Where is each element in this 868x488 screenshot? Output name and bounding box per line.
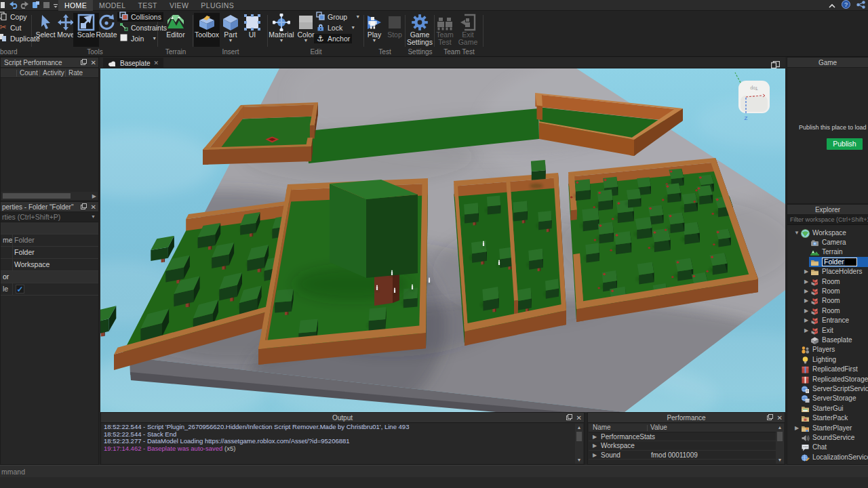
- popout-icon[interactable]: [566, 413, 572, 423]
- explorer-item-camera[interactable]: Camera: [787, 237, 868, 247]
- menu-tab-test[interactable]: TEST: [132, 0, 163, 11]
- property-row[interactable]: le✓: [1, 283, 98, 296]
- chevron-expanded-icon[interactable]: ▼: [793, 230, 801, 236]
- performance-row-performancestats[interactable]: ▶PerformanceStats: [589, 432, 776, 441]
- explorer-item-baseplate[interactable]: Baseplate: [787, 335, 868, 344]
- chevron-collapsed-icon[interactable]: ▶: [593, 452, 597, 458]
- explorer-item-soundservice[interactable]: SoundService: [787, 432, 868, 442]
- chevron-down-icon[interactable]: ▼: [361, 39, 387, 43]
- command-bar[interactable]: mmand: [0, 465, 868, 477]
- copy-button[interactable]: Copy: [0, 12, 29, 22]
- chevron-collapsed-icon[interactable]: ▶: [793, 425, 801, 431]
- scrollbar-thumb[interactable]: [576, 432, 582, 441]
- close-icon[interactable]: ✕: [91, 58, 96, 68]
- scrollbar-thumb[interactable]: [777, 432, 783, 441]
- column-header-activity[interactable]: Activity: [43, 69, 64, 77]
- collisions-button[interactable]: Collisions: [117, 12, 163, 22]
- file-icon[interactable]: [1, 0, 6, 12]
- chevron-collapsed-icon[interactable]: ▶: [802, 298, 810, 304]
- explorer-item-serverstorage[interactable]: ServerStorage: [787, 394, 868, 403]
- performance-row-sound[interactable]: ▶Soundfmod 00011009: [589, 451, 776, 460]
- explorer-item-room[interactable]: ▶Room: [787, 286, 868, 296]
- chevron-collapsed-icon[interactable]: ▶: [802, 268, 810, 274]
- share-icon[interactable]: [856, 0, 865, 12]
- chevron-down-icon[interactable]: ▼: [269, 39, 294, 43]
- qat-more-icon[interactable]: [53, 0, 58, 12]
- explorer-item-folder[interactable]: Folder: [787, 257, 868, 266]
- redo-icon[interactable]: [20, 0, 29, 12]
- column-header-value[interactable]: Value: [650, 424, 667, 431]
- tab-baseplate[interactable]: Baseplate ✕: [103, 58, 163, 68]
- performance-row-workspace[interactable]: ▶Workspace: [589, 441, 776, 450]
- chevron-down-icon[interactable]: ▼: [152, 37, 157, 41]
- popout-icon[interactable]: [81, 202, 87, 212]
- chevron-collapsed-icon[interactable]: ▶: [802, 279, 810, 285]
- menu-tab-home[interactable]: HOME: [58, 0, 93, 11]
- property-row[interactable]: meFolder: [1, 235, 98, 247]
- chevron-down-icon[interactable]: ▼: [351, 26, 355, 30]
- collapse-ribbon-icon[interactable]: [829, 0, 835, 12]
- explorer-item-startergui[interactable]: StarterGui: [787, 403, 868, 413]
- chevron-collapsed-icon[interactable]: ▶: [802, 288, 810, 294]
- explorer-item-localizationservice[interactable]: LocalizationService: [787, 452, 868, 462]
- ui-button[interactable]: UI: [239, 13, 265, 39]
- popout-icon[interactable]: [81, 58, 87, 68]
- group-button[interactable]: Group▼: [314, 12, 362, 22]
- explorer-item-lighting[interactable]: Lighting: [787, 354, 868, 364]
- placeholder-icon[interactable]: [43, 0, 50, 12]
- close-icon[interactable]: ✕: [91, 202, 96, 212]
- scrollbar-thumb[interactable]: [3, 193, 71, 199]
- vertical-scrollbar[interactable]: ▲ ▼: [575, 424, 583, 464]
- menu-tab-view[interactable]: VIEW: [163, 0, 195, 11]
- explorer-item-starterpack[interactable]: StarterPack: [787, 413, 868, 422]
- column-header-name[interactable]: Name: [593, 424, 611, 431]
- scroll-right-arrow[interactable]: ▶: [92, 193, 96, 199]
- explorer-item-chat[interactable]: Chat: [787, 443, 868, 452]
- column-header-rate[interactable]: Rate: [68, 69, 83, 77]
- team-test-button[interactable]: Team Test: [432, 13, 458, 46]
- lock-button[interactable]: Lock▼: [314, 23, 357, 33]
- scroll-down-arrow[interactable]: ▼: [575, 456, 583, 464]
- undo-icon[interactable]: [9, 0, 18, 12]
- property-row[interactable]: Folder: [1, 247, 98, 259]
- explorer-item-serverscriptservice[interactable]: ServerScriptService: [787, 384, 868, 393]
- game-settings-button[interactable]: Game Settings: [407, 13, 433, 46]
- archivable-checkbox[interactable]: ✓: [16, 285, 24, 293]
- stop-button[interactable]: Stop: [382, 13, 408, 39]
- rotate-button[interactable]: Rotate: [94, 13, 119, 39]
- explorer-item-players[interactable]: Players: [787, 345, 868, 354]
- scroll-up-arrow[interactable]: ▲: [776, 424, 784, 431]
- property-row[interactable]: Workspace: [1, 259, 98, 271]
- chevron-collapsed-icon[interactable]: ▶: [802, 327, 810, 333]
- property-value[interactable]: Workspace: [14, 260, 50, 268]
- property-value[interactable]: Folder: [14, 248, 35, 256]
- explorer-item-replicatedfirst[interactable]: ReplicatedFirst: [787, 364, 868, 373]
- horizontal-scrollbar[interactable]: ▶: [1, 192, 98, 200]
- anchor-button[interactable]: ⚓Anchor: [314, 34, 352, 43]
- explorer-item-room[interactable]: ▶Room: [787, 296, 868, 306]
- explorer-item-exit[interactable]: ▶Exit: [787, 325, 868, 335]
- 3d-scene[interactable]: TopZ: [100, 68, 785, 412]
- explorer-item-room[interactable]: ▶Room: [787, 277, 868, 286]
- chevron-down-icon[interactable]: ▼: [218, 39, 243, 43]
- tab-close-icon[interactable]: ✕: [153, 60, 159, 66]
- scroll-down-arrow[interactable]: ▼: [776, 456, 784, 464]
- explorer-item-starterplayer[interactable]: ▶StarterPlayer: [787, 423, 868, 432]
- explorer-item-workspace[interactable]: ▼Workspace: [787, 228, 868, 237]
- explorer-item-entrance[interactable]: ▶Entrance: [787, 316, 868, 325]
- output-log[interactable]: 18:52:22.544 - Script 'Plugin_2670956620…: [102, 424, 575, 464]
- explorer-item-terrain[interactable]: Terrain: [787, 247, 868, 257]
- material-button[interactable]: Material▼: [269, 13, 294, 43]
- explorer-item-placeholders[interactable]: ▶PlaceHolders: [787, 267, 868, 277]
- publish-button[interactable]: Publish: [827, 138, 863, 150]
- close-icon[interactable]: ✕: [777, 413, 783, 423]
- menu-tab-model[interactable]: MODEL: [93, 0, 132, 11]
- rename-input[interactable]: Folder: [822, 258, 857, 266]
- property-value[interactable]: Folder: [14, 236, 35, 244]
- chevron-down-icon[interactable]: ▼: [355, 15, 360, 19]
- explorer-item-room[interactable]: ▶Room: [787, 306, 868, 315]
- chevron-collapsed-icon[interactable]: ▶: [802, 317, 810, 323]
- toolbox-button[interactable]: Toolbox: [194, 13, 220, 47]
- viewport[interactable]: Baseplate ✕ TopZ: [100, 57, 785, 412]
- chevron-collapsed-icon[interactable]: ▶: [802, 308, 810, 314]
